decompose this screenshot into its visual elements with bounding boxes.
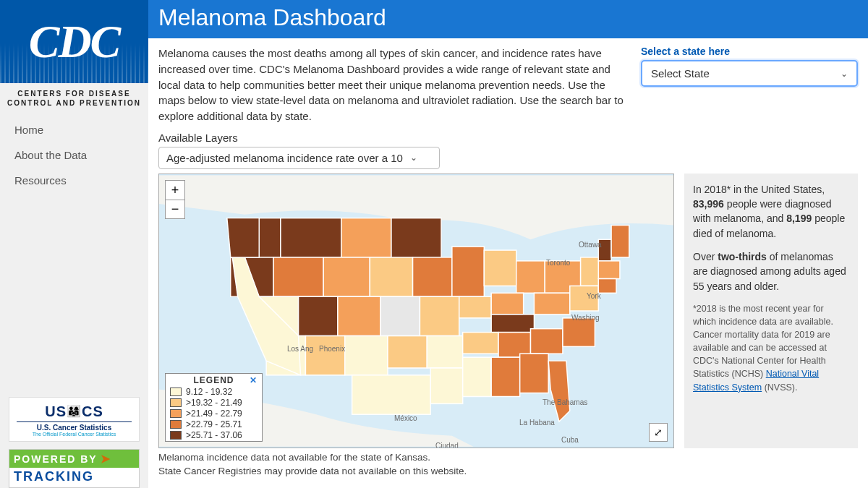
legend-row: 9.12 - 19.32 (166, 387, 262, 398)
svg-rect-7 (323, 257, 370, 296)
page-title: Melanoma Dashboard (148, 0, 868, 38)
svg-rect-17 (338, 296, 380, 335)
nav-about-data[interactable]: About the Data (14, 149, 148, 161)
sidebar-bottom: US👨‍👩‍👧CS U.S. Cancer Statistics The Off… (0, 391, 148, 488)
svg-rect-24 (570, 286, 599, 311)
svg-rect-8 (370, 257, 412, 296)
sidebar: CDC Centers for Disease Control and Prev… (0, 0, 148, 488)
expand-map-button[interactable]: ⤢ (649, 423, 668, 442)
svg-rect-21 (491, 293, 523, 314)
svg-rect-3 (341, 218, 391, 257)
svg-rect-9 (413, 257, 452, 296)
svg-rect-20 (459, 296, 491, 318)
state-select-label: Select a state here (641, 46, 858, 57)
svg-rect-39 (598, 239, 611, 261)
svg-rect-11 (484, 250, 516, 286)
legend-swatch (170, 431, 182, 440)
svg-rect-26 (305, 335, 344, 374)
svg-rect-35 (430, 368, 462, 403)
svg-rect-40 (611, 225, 629, 257)
legend-label: >25.71 - 37.06 (186, 430, 242, 440)
legend-label: 9.12 - 19.32 (186, 387, 232, 397)
stat-deaths: 8,199 (786, 213, 812, 224)
svg-rect-38 (520, 354, 549, 393)
map[interactable]: + − LEGEND ✕ 9.12 - 19.32>19.32 - 21.49>… (158, 174, 674, 448)
state-select-block: Select a state here Select State ⌄ (641, 46, 858, 124)
zoom-in-button[interactable]: + (166, 181, 184, 200)
main: Melanoma Dashboard Melanoma causes the m… (148, 0, 868, 488)
layer-select-value: Age-adjusted melanoma incidence rate ove… (166, 152, 403, 164)
svg-rect-27 (345, 335, 388, 374)
chevron-down-icon: ⌄ (841, 69, 848, 79)
svg-rect-41 (598, 261, 620, 279)
svg-rect-16 (299, 296, 338, 335)
svg-rect-23 (534, 293, 569, 314)
map-row: + − LEGEND ✕ 9.12 - 19.32>19.32 - 21.49>… (148, 174, 868, 448)
zoom-out-button[interactable]: − (166, 200, 184, 218)
legend-swatch (170, 388, 182, 396)
map-note: State Cancer Registries may provide data… (158, 465, 858, 479)
svg-rect-36 (463, 357, 492, 396)
svg-rect-19 (420, 296, 459, 335)
svg-rect-33 (563, 318, 595, 347)
cdc-logo: CDC (0, 0, 148, 83)
svg-rect-2 (281, 218, 341, 257)
uscs-badge[interactable]: US👨‍👩‍👧CS U.S. Cancer Statistics The Off… (9, 397, 140, 442)
layer-select[interactable]: Age-adjusted melanoma incidence rate ove… (158, 147, 440, 169)
legend-label: >19.32 - 21.49 (186, 398, 242, 408)
map-legend: LEGEND ✕ 9.12 - 19.32>19.32 - 21.49>21.4… (165, 373, 263, 442)
arrow-right-icon: ➤ (101, 452, 111, 466)
state-select[interactable]: Select State ⌄ (641, 60, 858, 87)
legend-close-icon[interactable]: ✕ (250, 375, 258, 385)
layer-block: Available Layers Age-adjusted melanoma i… (148, 124, 868, 174)
intro-row: Melanoma causes the most deaths among al… (148, 38, 868, 124)
layers-label: Available Layers (158, 132, 858, 144)
cdc-subtitle: Centers for Disease Control and Preventi… (0, 83, 148, 111)
intro-text: Melanoma causes the most deaths among al… (158, 46, 626, 124)
sidebar-nav: Home About the Data Resources (0, 111, 148, 200)
nav-home[interactable]: Home (14, 124, 148, 136)
svg-rect-42 (598, 278, 616, 293)
svg-rect-6 (273, 257, 323, 296)
legend-swatch (170, 409, 182, 418)
svg-rect-18 (380, 296, 420, 335)
legend-swatch (170, 420, 182, 429)
tracking-badge[interactable]: POWERED BY ➤ TRACKING (9, 449, 140, 488)
legend-row: >19.32 - 21.49 (166, 398, 262, 408)
svg-rect-12 (516, 261, 545, 293)
legend-label: >21.49 - 22.79 (186, 408, 242, 419)
state-select-value: Select State (651, 67, 710, 80)
legend-row: >21.49 - 22.79 (166, 408, 262, 419)
svg-rect-32 (531, 328, 563, 354)
legend-swatch (170, 398, 182, 407)
cdc-logo-text: CDC (29, 19, 120, 65)
legend-row: >25.71 - 37.06 (166, 430, 262, 441)
svg-rect-30 (463, 332, 498, 354)
stat-diagnosed: 83,996 (693, 198, 724, 210)
svg-rect-29 (427, 335, 462, 367)
legend-title: LEGEND (193, 375, 234, 385)
nav-resources[interactable]: Resources (14, 174, 148, 187)
legend-row: >22.79 - 25.71 (166, 419, 262, 430)
legend-label: >22.79 - 25.71 (186, 419, 242, 429)
svg-rect-10 (452, 247, 484, 296)
svg-rect-34 (352, 375, 431, 414)
chevron-down-icon: ⌄ (410, 153, 417, 163)
zoom-controls: + − (165, 180, 185, 219)
people-icon: 👨‍👩‍👧 (67, 405, 82, 417)
svg-rect-28 (388, 335, 427, 367)
map-notes: Melanoma incidence data not available fo… (148, 448, 868, 479)
map-note: Melanoma incidence data not available fo… (158, 451, 858, 465)
stats-panel: In 2018* in the United States, 83,996 pe… (684, 174, 858, 448)
svg-rect-22 (491, 314, 534, 333)
svg-rect-37 (491, 357, 520, 396)
